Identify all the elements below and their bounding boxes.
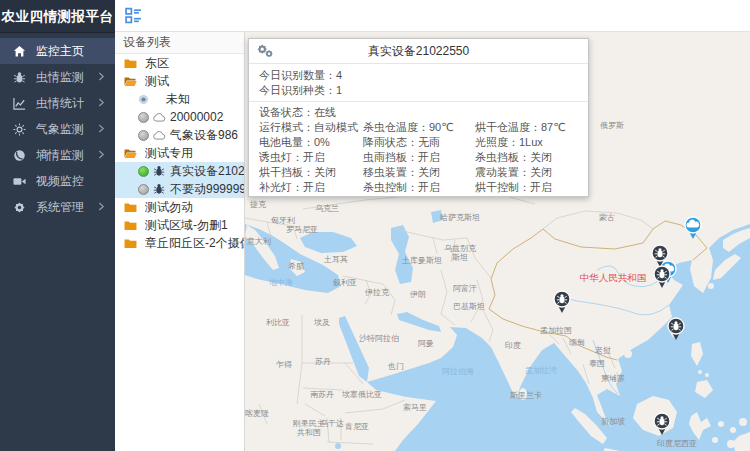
map-label: 叙利亚 bbox=[333, 278, 357, 287]
sidebar-item-home[interactable]: 监控主页 bbox=[0, 38, 115, 64]
popup-summary-line: 今日识别种类：1 bbox=[259, 83, 588, 98]
sidebar-item-globe[interactable]: 墒情监测 bbox=[0, 142, 115, 168]
map-label: 乌干达 bbox=[320, 419, 344, 428]
sidebar-item-label: 视频监控 bbox=[36, 173, 84, 190]
sidebar-item-weather[interactable]: 气象监测 bbox=[0, 116, 115, 142]
map-label: 罗马尼亚 bbox=[286, 225, 318, 234]
globe-icon bbox=[13, 148, 27, 162]
popup-field: 电池电量：0% bbox=[259, 135, 363, 150]
popup-field: 烘干挡板：关闭 bbox=[259, 165, 363, 180]
tree-device[interactable]: 不要动99999999 bbox=[115, 180, 244, 198]
tree-folder[interactable]: 测试专用 bbox=[115, 144, 244, 162]
chart-icon bbox=[13, 96, 27, 110]
popup-summary-line: 今日识别数量：4 bbox=[259, 68, 588, 83]
device-label: 不要动99999999 bbox=[170, 181, 244, 198]
tree-folder[interactable]: 东区 bbox=[115, 54, 244, 72]
tree-folder[interactable]: 章丘阳丘区-2个摄像头 bbox=[115, 234, 244, 252]
settings-gear-icon[interactable] bbox=[257, 44, 274, 59]
map-label: 蒙古 bbox=[599, 213, 615, 222]
device-status-dot-gray bbox=[138, 130, 149, 141]
map-label: 新加坡 bbox=[601, 417, 625, 426]
popup-grid: 运行模式：自动模式杀虫仓温度：90℃烘干仓温度：87℃电池电量：0%降雨状态：无… bbox=[249, 120, 588, 195]
weather-icon bbox=[13, 122, 27, 136]
device-status-row: 设备状态：在线 bbox=[249, 105, 588, 120]
sidebar-item-label: 虫情监测 bbox=[36, 69, 84, 86]
map-label: 斯里兰卡 bbox=[510, 391, 542, 400]
sidebar-item-chart[interactable]: 虫情统计 bbox=[0, 90, 115, 116]
map-label: 伊朗 bbox=[410, 290, 426, 299]
device-panel-title: 设备列表 bbox=[115, 32, 244, 54]
tree-device[interactable]: 真实设备21022550 bbox=[115, 162, 244, 180]
bug-icon bbox=[152, 165, 166, 177]
folder-label: 东区 bbox=[145, 55, 169, 72]
tree-folder[interactable]: 测试 bbox=[115, 72, 244, 90]
map-label: 老挝 bbox=[594, 346, 611, 355]
chevron-right-icon bbox=[98, 98, 106, 108]
sidebar-item-label: 气象监测 bbox=[36, 121, 84, 138]
tree-folder[interactable]: 测试勿动 bbox=[115, 198, 244, 216]
map-label: 也门 bbox=[388, 362, 404, 371]
map-label: 印度 bbox=[505, 341, 521, 350]
tree-folder[interactable]: 测试区域-勿删1 bbox=[115, 216, 244, 234]
map-label: 埃及 bbox=[313, 318, 330, 327]
map-label: 苏丹 bbox=[315, 357, 331, 366]
bug-icon bbox=[152, 183, 166, 195]
gear-icon bbox=[13, 200, 27, 214]
map-label: 泰国 bbox=[589, 359, 605, 368]
map-label: 南苏丹 bbox=[310, 390, 334, 399]
popup-field: 光照度：1Lux bbox=[475, 135, 588, 150]
popup-field: 杀虫仓温度：90℃ bbox=[363, 120, 475, 135]
folder-label: 测试专用 bbox=[145, 145, 193, 162]
map-label: 捷克 bbox=[250, 200, 267, 209]
popup-field: 移虫装置：关闭 bbox=[363, 165, 475, 180]
map-label: 土耳其 bbox=[323, 255, 348, 264]
map-label: 埃塞俄比亚 bbox=[341, 390, 382, 399]
map-label: 地中海 bbox=[268, 278, 293, 287]
tree-device[interactable]: 气象设备986 bbox=[115, 126, 244, 144]
device-label: 气象设备986 bbox=[170, 127, 238, 144]
sidebar-item-label: 监控主页 bbox=[36, 43, 84, 60]
sidebar: 农业四情测报平台 监控主页虫情监测虫情统计气象监测墒情监测视频监控系统管理 bbox=[0, 0, 115, 451]
folder-open-icon bbox=[124, 76, 138, 87]
map-label: 匈牙利 bbox=[270, 216, 295, 225]
popup-grid-row: 电池电量：0%降雨状态：无雨光照度：1Lux bbox=[249, 135, 588, 150]
folder-label: 章丘阳丘区-2个摄像头 bbox=[145, 235, 244, 252]
map-label: 孟加拉湾 bbox=[525, 366, 557, 375]
popup-grid-row: 烘干挡板：关闭移虫装置：关闭震动装置：关闭 bbox=[249, 165, 588, 180]
popup-header: 真实设备21022550 bbox=[249, 39, 588, 64]
map-label: 俄罗斯 bbox=[600, 121, 624, 130]
sidebar-menu: 监控主页虫情监测虫情统计气象监测墒情监测视频监控系统管理 bbox=[0, 33, 115, 220]
sidebar-item-gear[interactable]: 系统管理 bbox=[0, 194, 115, 220]
sidebar-item-video[interactable]: 视频监控 bbox=[0, 168, 115, 194]
sidebar-item-bug[interactable]: 虫情监测 bbox=[0, 64, 115, 90]
device-label: 20000002 bbox=[170, 110, 223, 124]
folder-open-icon bbox=[124, 148, 138, 159]
chevron-right-icon bbox=[98, 124, 106, 134]
folder-closed-icon bbox=[124, 202, 138, 213]
folder-closed-icon bbox=[124, 238, 138, 249]
popup-field: 补光灯：开启 bbox=[259, 180, 363, 195]
popup-field: 烘干仓温度：87℃ bbox=[475, 120, 588, 135]
map-label: 印度尼西亚 bbox=[657, 439, 697, 448]
map-label: 索马里 bbox=[403, 403, 427, 412]
topbar bbox=[115, 0, 750, 32]
sidebar-item-label: 虫情统计 bbox=[36, 95, 84, 112]
tree-device[interactable]: 未知 bbox=[115, 90, 244, 108]
folder-label: 测试勿动 bbox=[145, 199, 193, 216]
device-tree-toggle-icon[interactable] bbox=[125, 7, 143, 25]
map-label: 阿富汗 bbox=[453, 284, 477, 293]
map-label: 哈萨克斯坦 bbox=[440, 213, 480, 222]
map-label: 孟加拉国 bbox=[540, 326, 572, 335]
popup-grid-row: 补光灯：开启杀虫控制：开启烘干控制：开启 bbox=[249, 180, 588, 195]
tree-device[interactable]: 20000002 bbox=[115, 108, 244, 126]
chevron-right-icon bbox=[98, 72, 106, 82]
map-label: 乍得 bbox=[276, 360, 292, 369]
map-label: 沙特阿拉伯 bbox=[359, 334, 399, 343]
device-tree: 东区测试未知20000002气象设备986测试专用真实设备21022550不要动… bbox=[115, 54, 244, 252]
popup-grid-row: 诱虫灯：开启虫雨挡板：开启杀虫挡板：关闭 bbox=[249, 150, 588, 165]
map-label: 喀麦隆 bbox=[245, 409, 269, 418]
map-label: 土库曼斯坦 bbox=[401, 256, 442, 265]
cloud-icon bbox=[152, 131, 166, 140]
device-panel: 设备列表 东区测试未知20000002气象设备986测试专用真实设备210225… bbox=[115, 32, 245, 451]
app-title: 农业四情测报平台 bbox=[0, 0, 115, 33]
